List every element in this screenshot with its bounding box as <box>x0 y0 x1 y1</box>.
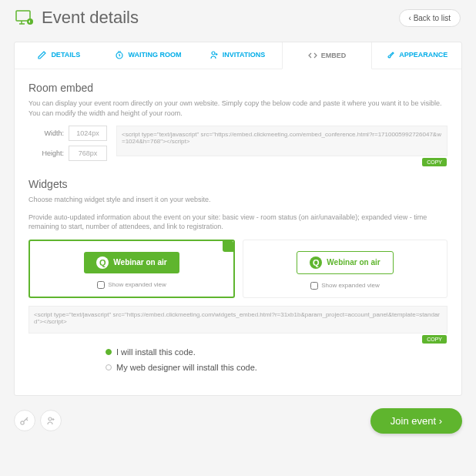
expanded-view-checkbox-2[interactable] <box>310 282 318 290</box>
svg-point-6 <box>21 421 24 424</box>
tab-embed[interactable]: EMBED <box>282 42 373 69</box>
widgets-heading: Widgets <box>28 178 448 190</box>
svg-point-5 <box>212 52 215 55</box>
height-label: Height: <box>28 149 64 157</box>
q-icon: Q <box>96 256 109 269</box>
person-add-icon <box>210 50 219 59</box>
widget-style-alt[interactable]: Q Webinar on air Show expanded view <box>243 240 448 298</box>
person-add-icon <box>45 415 56 426</box>
expanded-view-checkbox-1[interactable] <box>97 281 105 289</box>
radio-selected-icon <box>106 349 112 355</box>
expanded-view-label: Show expanded view <box>108 281 166 288</box>
key-icon <box>19 415 30 426</box>
svg-point-7 <box>49 417 52 421</box>
clock-icon <box>115 50 124 59</box>
code-icon <box>308 51 317 60</box>
radio-unselected-icon <box>106 364 112 370</box>
join-event-button[interactable]: Join event › <box>370 408 462 434</box>
pencil-icon <box>38 50 47 59</box>
tab-appearance[interactable]: APPEARANCE <box>372 42 461 69</box>
selected-mark-icon <box>223 241 233 252</box>
tab-details[interactable]: DETAILS <box>15 42 104 69</box>
height-input[interactable] <box>69 146 107 161</box>
tab-invitations[interactable]: INVITATIONS <box>193 42 282 69</box>
copy-widget-code-button[interactable]: COPY <box>422 335 447 344</box>
room-embed-heading: Room embed <box>28 82 448 94</box>
q-icon: Q <box>310 256 322 269</box>
presenter-button[interactable] <box>40 410 62 431</box>
width-input[interactable] <box>69 126 107 141</box>
room-embed-description: You can display your event room directly… <box>28 99 448 118</box>
monitor-icon <box>15 10 34 25</box>
widgets-desc-1: Choose matching widget style and insert … <box>28 195 448 205</box>
width-label: Width: <box>28 129 64 137</box>
widget-style-standard[interactable]: Q Webinar on air Show expanded view <box>28 240 235 298</box>
page-title: Event details <box>42 8 399 28</box>
widgets-desc-2: Provide auto-updated information about t… <box>28 213 448 232</box>
widget-embed-code[interactable]: <script type="text/javascript" src="http… <box>28 306 448 334</box>
webinar-on-air-badge: Q Webinar on air <box>297 251 393 274</box>
copy-room-code-button[interactable]: COPY <box>422 158 447 166</box>
brush-icon <box>386 50 395 59</box>
tab-waiting-room[interactable]: WAITING ROOM <box>104 42 193 69</box>
webinar-on-air-badge: Q Webinar on air <box>84 252 179 273</box>
install-option-self[interactable]: I will install this code. <box>106 347 448 357</box>
key-button[interactable] <box>14 410 35 431</box>
install-option-designer[interactable]: My web designer will install this code. <box>106 363 448 372</box>
back-to-list-button[interactable]: ‹ Back to list <box>399 9 461 27</box>
room-embed-code[interactable]: <script type="text/javascript" src="http… <box>116 126 448 156</box>
expanded-view-label: Show expanded view <box>321 282 380 289</box>
